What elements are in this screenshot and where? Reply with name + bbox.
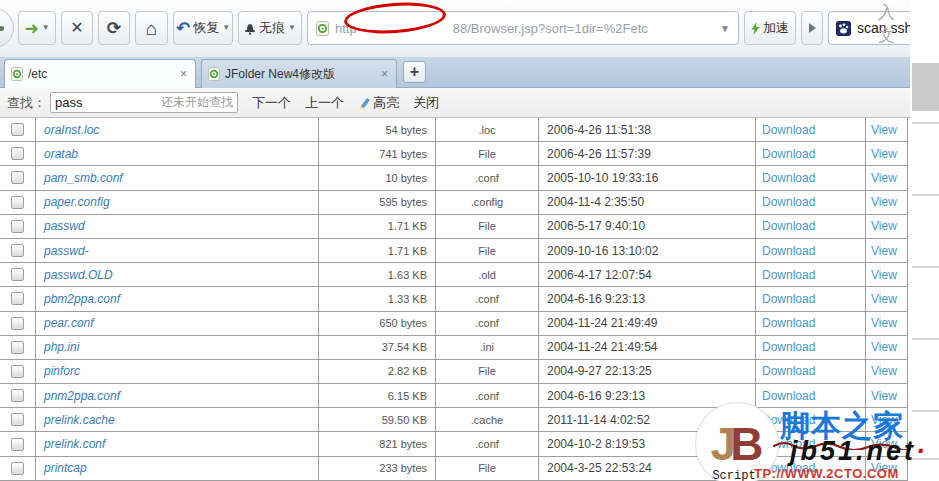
download-link[interactable]: Download (762, 413, 815, 427)
view-link[interactable]: View (871, 292, 897, 306)
row-checkbox[interactable] (11, 268, 24, 281)
url-text-suffix: 88/Browser.jsp?sort=1dir=%2Fetc (453, 21, 648, 36)
row-checkbox[interactable] (11, 389, 24, 402)
row-checkbox[interactable] (11, 341, 24, 354)
restore-label: 恢复 (193, 19, 219, 37)
find-input[interactable]: pass 还未开始查找 (50, 92, 238, 113)
speed-button[interactable]: 加速 (744, 11, 796, 45)
home-button[interactable]: ⌂ (135, 11, 168, 45)
table-row: pear.conf 650 bytes .conf 2004-11-24 21:… (0, 312, 907, 336)
download-link[interactable]: Download (762, 195, 815, 209)
file-date: 2006-4-26 11:51:38 (539, 118, 756, 141)
tab-close-icon[interactable]: × (178, 67, 189, 81)
url-bar[interactable]: http 88/Browser.jsp?sort=1dir=%2Fetc ▼ (307, 11, 739, 45)
view-link[interactable]: View (871, 413, 897, 427)
row-checkbox[interactable] (11, 220, 24, 233)
forward-arrow-icon: ➜ (24, 20, 38, 37)
download-link[interactable]: Download (762, 244, 815, 258)
row-checkbox[interactable] (11, 171, 24, 184)
download-link[interactable]: Download (762, 123, 815, 137)
row-checkbox[interactable] (11, 365, 24, 378)
file-name-link[interactable]: prelink.conf (44, 437, 105, 451)
tab-jfolder[interactable]: JFolder New4修改版 × (201, 59, 397, 88)
download-link[interactable]: Download (762, 268, 815, 282)
table-row: printcap 233 bytes File 2004-3-25 22:53:… (0, 457, 907, 481)
view-link[interactable]: View (871, 340, 897, 354)
row-checkbox[interactable] (11, 438, 24, 451)
refresh-button[interactable]: ⟳ (98, 11, 130, 45)
file-type: .conf (436, 287, 539, 310)
file-size: 2.82 KB (319, 360, 436, 383)
download-link[interactable]: Download (762, 219, 815, 233)
row-checkbox[interactable] (11, 413, 24, 426)
file-type: .old (436, 263, 539, 286)
view-link[interactable]: View (871, 195, 897, 209)
view-link[interactable]: View (871, 461, 897, 475)
background-line (912, 122, 939, 124)
download-link[interactable]: Download (762, 171, 815, 185)
file-name-link[interactable]: passwd.OLD (44, 268, 113, 282)
file-size: 595 bytes (319, 191, 436, 214)
url-dropdown-icon[interactable]: ▼ (720, 23, 730, 34)
row-checkbox[interactable] (11, 317, 24, 330)
download-link[interactable]: Download (762, 292, 815, 306)
view-link[interactable]: View (871, 437, 897, 451)
file-name-link[interactable]: passwd (44, 219, 85, 233)
download-link[interactable]: Download (762, 147, 815, 161)
file-size: 821 bytes (319, 432, 436, 455)
find-highlight-button[interactable]: 高亮 (358, 94, 399, 112)
file-size: 650 bytes (319, 312, 436, 335)
view-link[interactable]: View (871, 171, 897, 185)
browser-toolbar: ➜ ▼ ✕ ⟳ ⌂ ↶ 恢复 ▼ 无痕 ▼ (0, 0, 910, 57)
find-prev-button[interactable]: 上一个 (305, 94, 344, 112)
row-checkbox[interactable] (11, 244, 24, 257)
file-name-link[interactable]: php.ini (44, 340, 79, 354)
forward-button[interactable]: ➜ ▼ (18, 11, 56, 45)
view-link[interactable]: View (871, 123, 897, 137)
file-type: .ini (436, 336, 539, 359)
download-link[interactable]: Download (762, 364, 815, 378)
file-name-link[interactable]: pear.conf (44, 316, 94, 330)
file-name-link[interactable]: prelink.cache (44, 413, 115, 427)
view-link[interactable]: View (871, 389, 897, 403)
download-link[interactable]: Download (762, 316, 815, 330)
stop-button[interactable]: ✕ (61, 11, 93, 45)
incognito-button[interactable]: 无痕 ▼ (238, 11, 302, 45)
row-checkbox[interactable] (11, 196, 24, 209)
home-icon: ⌂ (146, 19, 157, 38)
download-link[interactable]: Download (762, 389, 815, 403)
file-name-link[interactable]: pbm2ppa.conf (44, 292, 120, 306)
file-type: File (436, 239, 539, 262)
restore-button[interactable]: ↶ 恢复 ▼ (173, 11, 233, 45)
chevron-down-icon: ▼ (42, 24, 50, 32)
tab-close-icon[interactable]: × (379, 67, 390, 81)
view-link[interactable]: View (871, 147, 897, 161)
view-link[interactable]: View (871, 244, 897, 258)
find-next-button[interactable]: 下一个 (252, 94, 291, 112)
file-name-link[interactable]: oraInst.loc (44, 123, 99, 137)
row-checkbox[interactable] (11, 292, 24, 305)
view-link[interactable]: View (871, 364, 897, 378)
file-name-link[interactable]: pnm2ppa.conf (44, 389, 120, 403)
file-name-link[interactable]: oratab (44, 147, 78, 161)
find-close-button[interactable]: 关闭 (413, 94, 439, 112)
file-name-link[interactable]: paper.config (44, 195, 110, 209)
row-checkbox[interactable] (11, 462, 24, 475)
download-link[interactable]: Download (762, 437, 815, 451)
file-name-link[interactable]: printcap (44, 461, 87, 475)
file-name-link[interactable]: pam_smb.conf (44, 171, 123, 185)
download-link[interactable]: Download (762, 340, 815, 354)
speed-expand-button[interactable] (801, 11, 823, 45)
view-link[interactable]: View (871, 316, 897, 330)
new-tab-button[interactable]: + (403, 61, 426, 83)
view-link[interactable]: View (871, 268, 897, 282)
table-row: pnm2ppa.conf 6.15 KB .conf 2004-6-16 9:2… (0, 384, 907, 408)
download-link[interactable]: Download (762, 461, 815, 475)
file-name-link[interactable]: pinforc (44, 364, 80, 378)
file-name-link[interactable]: passwd- (44, 244, 89, 258)
tab-etc[interactable]: /etc × (4, 59, 196, 88)
file-type: .config (436, 191, 539, 214)
row-checkbox[interactable] (11, 147, 24, 160)
view-link[interactable]: View (871, 219, 897, 233)
row-checkbox[interactable] (11, 123, 24, 136)
